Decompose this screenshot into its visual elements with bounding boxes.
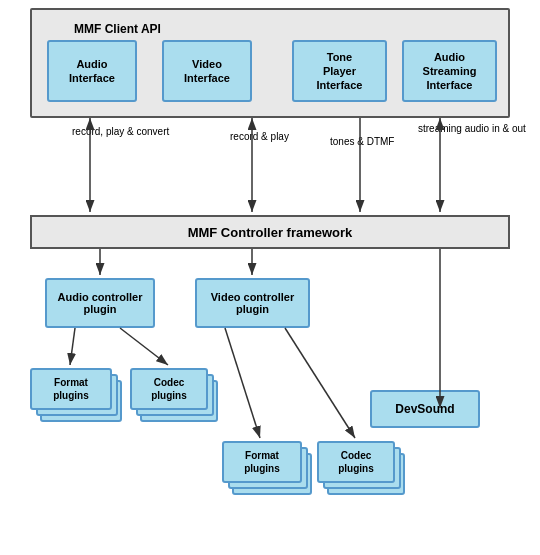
diagram: MMF Client API AudioInterface VideoInter…: [0, 0, 540, 555]
audio-streaming-interface-label: AudioStreamingInterface: [423, 50, 477, 93]
devsound-box: DevSound: [370, 390, 480, 428]
svg-line-9: [120, 328, 168, 365]
audio-controller-label: Audio controllerplugin: [58, 291, 143, 315]
format-plugins-1-label: Formatplugins: [53, 376, 89, 402]
format-plugins-1-box: Formatplugins: [30, 368, 112, 410]
video-controller-label: Video controllerplugin: [211, 291, 295, 315]
record-play-label: record & play: [230, 130, 289, 143]
mmf-controller-box: MMF Controller framework: [30, 215, 510, 249]
mmf-client-label: MMF Client API: [74, 22, 161, 36]
video-interface-label: VideoInterface: [184, 57, 230, 86]
tone-player-interface-label: TonePlayerInterface: [317, 50, 363, 93]
svg-line-11: [285, 328, 355, 438]
mmf-client-box: MMF Client API AudioInterface VideoInter…: [30, 8, 510, 118]
tones-dtmf-label: tones & DTMF: [330, 135, 394, 148]
svg-line-10: [225, 328, 260, 438]
video-interface-box: VideoInterface: [162, 40, 252, 102]
svg-line-8: [70, 328, 75, 365]
mmf-controller-label: MMF Controller framework: [188, 225, 353, 240]
audio-streaming-interface-box: AudioStreamingInterface: [402, 40, 497, 102]
codec-plugins-1-label: Codecplugins: [151, 376, 187, 402]
streaming-audio-label: streaming audio in & out: [418, 122, 526, 135]
audio-controller-box: Audio controllerplugin: [45, 278, 155, 328]
tone-player-interface-box: TonePlayerInterface: [292, 40, 387, 102]
audio-interface-label: AudioInterface: [69, 57, 115, 86]
codec-plugins-2-label: Codecplugins: [338, 449, 374, 475]
format-plugins-2-box: Formatplugins: [222, 441, 302, 483]
codec-plugins-2-box: Codecplugins: [317, 441, 395, 483]
record-play-convert-label: record, play & convert: [72, 125, 169, 138]
audio-interface-box: AudioInterface: [47, 40, 137, 102]
devsound-label: DevSound: [395, 402, 454, 416]
codec-plugins-1-box: Codecplugins: [130, 368, 208, 410]
format-plugins-2-label: Formatplugins: [244, 449, 280, 475]
video-controller-box: Video controllerplugin: [195, 278, 310, 328]
